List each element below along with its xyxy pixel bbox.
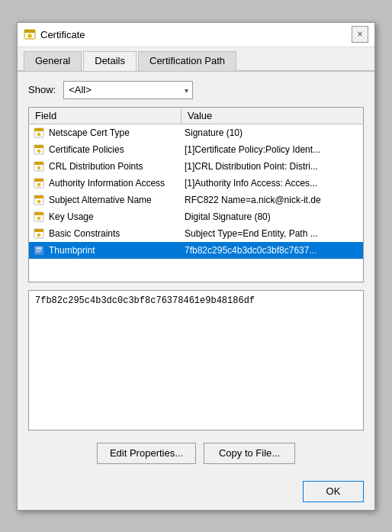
row-value-text: 7fb82c295c4b3dc0c3bf8c7637... xyxy=(182,243,363,257)
svg-point-14 xyxy=(37,183,40,186)
tab-certification-path[interactable]: Certification Path xyxy=(138,51,236,71)
show-select[interactable]: <All> Version 1 Fields Only Extensions O… xyxy=(63,81,193,99)
svg-rect-26 xyxy=(36,250,42,250)
title-bar: Certificate × xyxy=(18,23,374,47)
svg-point-23 xyxy=(37,234,40,237)
svg-point-20 xyxy=(37,217,40,220)
row-value-text: Signature (10) xyxy=(182,126,363,140)
svg-point-2 xyxy=(28,34,32,38)
table-row[interactable]: Subject Alternative Name RFC822 Name=a.n… xyxy=(29,192,363,208)
col-header-value: Value xyxy=(182,108,363,124)
cert-field-icon xyxy=(29,161,46,172)
show-row: Show: <All> Version 1 Fields Only Extens… xyxy=(28,81,364,99)
svg-rect-7 xyxy=(34,145,43,148)
window-title: Certificate xyxy=(40,29,85,40)
table-header: Field Value xyxy=(29,108,363,124)
svg-rect-4 xyxy=(34,128,43,131)
table-row[interactable]: Certificate Policies [1]Certificate Poli… xyxy=(29,141,363,158)
ok-row: OK xyxy=(18,476,374,510)
row-field-text: Authority Information Access xyxy=(46,176,182,190)
table-row[interactable]: Netscape Cert Type Signature (10) xyxy=(29,124,363,141)
cert-field-icon xyxy=(29,211,46,222)
close-button[interactable]: × xyxy=(352,26,368,43)
table-row[interactable]: Key Usage Digital Signature (80) xyxy=(29,208,363,225)
cert-field-icon xyxy=(29,144,46,155)
row-value-text: [1]CRL Distribution Point: Distri... xyxy=(182,160,363,173)
svg-point-8 xyxy=(37,150,40,153)
show-select-wrapper: <All> Version 1 Fields Only Extensions O… xyxy=(63,81,193,99)
ok-button[interactable]: OK xyxy=(303,481,364,502)
table-row[interactable]: Basic Constraints Subject Type=End Entit… xyxy=(29,225,363,242)
row-value-text: [1]Authority Info Access: Acces... xyxy=(182,176,363,190)
svg-rect-27 xyxy=(36,251,40,252)
detail-area: 7fb82c295c4b3dc0c3bf8c76378461e9b48186df xyxy=(28,290,364,430)
row-field-text: Subject Alternative Name xyxy=(46,193,182,207)
svg-rect-25 xyxy=(36,247,42,249)
svg-point-11 xyxy=(37,166,40,169)
title-left: Certificate xyxy=(24,28,85,40)
show-label: Show: xyxy=(28,84,56,95)
svg-rect-13 xyxy=(34,179,43,182)
svg-rect-10 xyxy=(34,162,43,165)
copy-to-file-button[interactable]: Copy to File... xyxy=(204,443,295,464)
tab-bar: General Details Certification Path xyxy=(18,47,374,72)
svg-rect-19 xyxy=(34,212,43,215)
cert-field-icon xyxy=(29,195,46,205)
bottom-buttons: Edit Properties... Copy to File... xyxy=(28,438,364,467)
thumbprint-icon xyxy=(29,245,46,256)
row-value-text: [1]Certificate Policy:Policy Ident... xyxy=(182,143,363,156)
table-row-thumbprint[interactable]: Thumbprint 7fb82c295c4b3dc0c3bf8c7637... xyxy=(29,242,363,259)
row-field-text: Certificate Policies xyxy=(46,143,182,156)
row-field-text: Key Usage xyxy=(46,210,182,224)
row-value-text: Digital Signature (80) xyxy=(182,210,363,224)
row-value-text: Subject Type=End Entity, Path ... xyxy=(182,227,363,240)
svg-rect-16 xyxy=(34,195,43,198)
row-field-text: CRL Distribution Points xyxy=(46,160,182,173)
svg-rect-22 xyxy=(34,229,43,232)
table-row[interactable]: CRL Distribution Points [1]CRL Distribut… xyxy=(29,158,363,175)
field-table[interactable]: Field Value Netscape Cert Type Signature… xyxy=(28,107,364,282)
row-field-text: Netscape Cert Type xyxy=(46,126,182,140)
svg-point-17 xyxy=(37,200,40,203)
svg-point-5 xyxy=(37,133,40,136)
row-value-text: RFC822 Name=a.nick@nick-it.de xyxy=(182,193,363,207)
certificate-title-icon xyxy=(24,28,36,40)
cert-field-icon xyxy=(29,178,46,189)
row-field-text: Basic Constraints xyxy=(46,227,182,240)
cert-field-icon xyxy=(29,127,46,138)
table-row[interactable]: Authority Information Access [1]Authorit… xyxy=(29,175,363,192)
row-field-text: Thumbprint xyxy=(46,243,182,257)
svg-rect-1 xyxy=(24,30,35,33)
tab-details[interactable]: Details xyxy=(83,51,137,71)
tab-general[interactable]: General xyxy=(24,51,82,71)
edit-properties-button[interactable]: Edit Properties... xyxy=(97,443,196,464)
certificate-window: Certificate × General Details Certificat… xyxy=(17,22,375,511)
col-header-field: Field xyxy=(29,108,182,124)
main-content: Show: <All> Version 1 Fields Only Extens… xyxy=(18,72,374,476)
cert-field-icon xyxy=(29,228,46,239)
